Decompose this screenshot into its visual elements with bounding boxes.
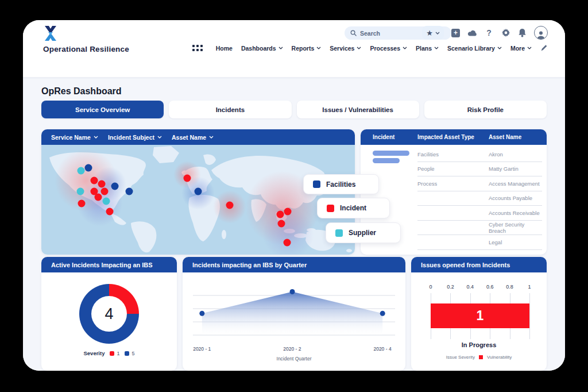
map-marker-incident[interactable]	[278, 220, 285, 228]
nav-item-plans[interactable]: Plans	[416, 45, 439, 52]
settings-button[interactable]	[501, 28, 510, 38]
map-marker-supplier[interactable]	[103, 198, 110, 205]
nav-item-processes[interactable]: Processes	[370, 45, 407, 52]
tab-issues-vulnerabilities[interactable]: Issues / Vulnerabilities	[297, 101, 419, 118]
map-marker-incident[interactable]	[284, 239, 291, 247]
donut-ring: 4	[79, 284, 139, 344]
table-row: PeopleMatty Gartin	[361, 162, 547, 177]
incident-bar-placeholder	[373, 158, 400, 163]
map-marker-facility[interactable]	[85, 164, 92, 172]
x-tick: 0.2	[447, 284, 454, 290]
map-marker-incident[interactable]	[277, 211, 284, 218]
chevron-down-icon	[435, 32, 440, 34]
edit-pencil-icon[interactable]	[540, 44, 548, 52]
plus-box-icon: +	[451, 29, 460, 37]
main-nav: Home Dashboards Reports Services Process…	[192, 44, 548, 52]
map-legend-supplier[interactable]: Supplier	[326, 222, 401, 243]
panel-title: Issues opened from Incidents	[411, 257, 547, 272]
donut-center-value: 4	[105, 305, 113, 323]
legend-item-severity-1[interactable]: 1	[110, 351, 119, 356]
map-legend-incident[interactable]: Incident	[317, 198, 390, 218]
notifications-button[interactable]	[517, 28, 527, 38]
x-tick: 2020 - 2	[283, 346, 301, 352]
company-logo-icon	[43, 25, 58, 44]
bar-category-label: In Progress	[411, 341, 547, 348]
legend-item-vulnerability[interactable]: Vulnerability	[487, 355, 512, 360]
top-bar: Operational Resilience ★ + ?	[23, 20, 565, 78]
plus-box-button[interactable]: +	[451, 28, 461, 38]
bar-plot-area: 0 0.2 0.4 0.6 0.8 1 1	[431, 293, 529, 339]
filter-service-name[interactable]: Service Name	[51, 134, 98, 141]
x-tick: 2020 - 4	[373, 346, 391, 352]
app-launcher-icon[interactable]	[192, 45, 203, 51]
filter-asset-name[interactable]: Asset Name	[172, 134, 214, 141]
map-marker-incident[interactable]	[95, 194, 102, 201]
map-marker-incident[interactable]	[98, 180, 106, 188]
help-button[interactable]: ?	[484, 28, 494, 38]
x-axis-title: Incident Quarter	[183, 356, 405, 362]
legend-title: Issue Severity	[446, 355, 475, 360]
chevron-down-icon	[278, 47, 283, 49]
bell-icon	[518, 28, 527, 37]
topbar-actions: ★ + ?	[422, 26, 548, 40]
map-marker-incident[interactable]	[184, 175, 191, 182]
map-marker-incident[interactable]	[78, 200, 86, 207]
map-marker-incident[interactable]	[284, 208, 292, 216]
map-marker-supplier[interactable]	[77, 188, 84, 195]
incident-bar-placeholder	[373, 151, 409, 156]
legend-item-severity-5[interactable]: 5	[125, 351, 134, 356]
asset-table-header: Incident Impacted Asset Type Asset Name	[361, 129, 547, 145]
chevron-down-icon	[434, 47, 439, 49]
nav-item-home[interactable]: Home	[216, 45, 233, 52]
chevron-down-icon	[403, 47, 407, 49]
nav-item-services[interactable]: Services	[330, 45, 361, 52]
chevron-down-icon	[94, 136, 98, 139]
map-marker-incident[interactable]	[226, 202, 234, 209]
tab-incidents[interactable]: Incidents	[169, 101, 291, 118]
nav-item-reports[interactable]: Reports	[292, 45, 322, 52]
issues-from-incidents-panel: Issues opened from Incidents 0 0.2 0.4 0…	[411, 257, 547, 371]
panel-title: Incidents impacting an IBS by Quarter	[183, 257, 405, 272]
supplier-swatch-icon	[335, 229, 343, 237]
map-legend-facilities[interactable]: Facilities	[303, 174, 379, 194]
x-tick: 0.4	[467, 284, 474, 290]
nav-item-scenario-library[interactable]: Scenario Library	[447, 45, 502, 52]
incident-swatch-icon	[327, 205, 334, 212]
nav-item-more[interactable]: More	[510, 45, 532, 52]
world-map	[41, 145, 355, 255]
cloud-button[interactable]	[467, 28, 477, 38]
person-icon	[536, 30, 546, 39]
map-marker-facility[interactable]	[111, 183, 119, 190]
app-title: Operational Resilience	[43, 45, 129, 53]
severity-5-swatch-icon	[125, 351, 129, 356]
filter-incident-subject[interactable]: Incident Subject	[108, 134, 162, 141]
column-impacted-asset-type: Impacted Asset Type	[417, 134, 489, 140]
map-marker-facility[interactable]	[126, 188, 133, 195]
favorites-star-button[interactable]: ★	[422, 26, 444, 40]
x-tick: 2020 - 1	[193, 346, 211, 352]
app-window: Operational Resilience ★ + ?	[23, 20, 565, 371]
map-marker-incident[interactable]	[106, 208, 114, 216]
bar-chart: 0 0.2 0.4 0.6 0.8 1 1 In Progress	[411, 272, 547, 370]
tab-service-overview[interactable]: Service Overview	[41, 101, 164, 118]
dashboard-tabs: Service Overview Incidents Issues / Vuln…	[41, 101, 547, 118]
x-tick: 1	[528, 284, 531, 290]
area-data-point	[199, 311, 204, 316]
map-marker-supplier[interactable]	[78, 167, 85, 175]
map-marker-incident[interactable]	[101, 188, 109, 195]
map-marker-incident[interactable]	[91, 177, 98, 185]
nav-item-dashboards[interactable]: Dashboards	[241, 45, 283, 52]
user-avatar[interactable]	[534, 26, 548, 40]
gear-icon	[501, 28, 510, 37]
chevron-down-icon	[316, 47, 321, 49]
x-tick: 0.8	[506, 284, 513, 290]
bar-in-progress[interactable]: 1	[431, 303, 529, 328]
map-markers	[41, 145, 355, 255]
map-marker-facility[interactable]	[195, 188, 202, 195]
dashboard-content: OpRes Dashboard Service Overview Inciden…	[23, 78, 565, 371]
tab-risk-profile[interactable]: Risk Profile	[424, 101, 547, 118]
panel-title: Active Incidents Impacting an IBS	[41, 257, 177, 272]
legend-title: Severity	[83, 350, 105, 356]
search-icon	[350, 28, 357, 39]
incidents-by-quarter-panel: Incidents impacting an IBS by Quarter	[183, 257, 405, 371]
